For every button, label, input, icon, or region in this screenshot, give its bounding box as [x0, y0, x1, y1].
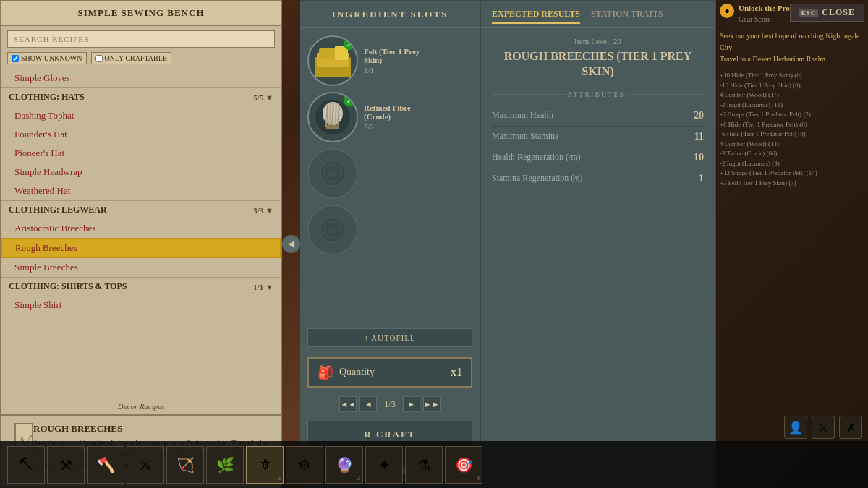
gear-score-label: Gear Score — [739, 15, 771, 23]
slot-1-info: Felt (Tier 1 PreySkin) 1/1 — [364, 47, 420, 74]
recipe-item-simple-gloves[interactable]: Simple Gloves — [1, 69, 281, 87]
tab-expected-results[interactable]: EXPECTED RESULTS — [492, 9, 580, 24]
tab-station-traits[interactable]: STATION TRAITS — [591, 9, 663, 24]
ingredient-slot-1: ✓ Felt (Tier 1 PreySkin) 1/1 — [307, 35, 472, 86]
hotbar-slot-plus[interactable]: 🎯8 — [445, 446, 482, 484]
hotbar-slot-4[interactable]: ⚔ — [127, 446, 164, 484]
loot-line-5: +6 Hide (Tier 1 Predator Pelt) (6) — [720, 120, 864, 130]
hotbar-slot-5[interactable]: 🏹 — [166, 446, 204, 484]
slot-icon-1: ✓ — [307, 35, 358, 86]
nav-next-btn[interactable]: ► — [403, 396, 420, 412]
hotbar-slot-3[interactable]: 🪓 — [87, 446, 124, 484]
attr-max-health-value: 20 — [694, 110, 704, 121]
quantity-row: 🎒 Quantity x1 — [307, 357, 472, 388]
slot-icon-2: ✓ — [307, 92, 358, 142]
item-desc-title: ROUGH BREECHES — [33, 423, 273, 435]
hotbar-slot-minus[interactable]: ⚗ — [405, 446, 443, 484]
search-placeholder: SEARCH RECIPES — [14, 35, 89, 43]
recipe-item-dashing-tophat[interactable]: Dashing Tophat — [1, 106, 281, 125]
slot-1-check: ✓ — [344, 38, 355, 50]
attr-max-stamina-value: 11 — [694, 131, 704, 142]
attr-health-regen-value: 10 — [694, 152, 704, 163]
nav-next-next-btn[interactable]: ►► — [423, 396, 441, 412]
quest-item-2: Travel to a Desert Herbarium Realm — [720, 53, 864, 65]
nav-controls: ◄◄ ◄ 1/3 ► ►► — [300, 392, 480, 416]
hotbar-slot-9[interactable]: 🔮3 — [326, 446, 363, 484]
attr-stamina-regen-name: Stamina Regeneration (/s) — [492, 173, 582, 184]
nav-prev-btn[interactable]: ◄ — [359, 396, 377, 412]
item-title: ROUGH BREECHES (TIER 1 PREY SKIN) — [492, 49, 704, 80]
quest-items: Seek out your best hope of reaching Nigh… — [720, 30, 864, 65]
ingredient-slot-3 — [307, 148, 472, 199]
search-bar[interactable]: SEARCH RECIPES — [7, 30, 275, 48]
recipe-item-simple-headwrap[interactable]: Simple Headwrap — [1, 163, 281, 181]
esc-badge: ESC — [799, 9, 819, 17]
filter-row: SHOW UNKNOWN ONLY CRAFTABLE — [1, 52, 281, 69]
recipe-item-rough-breeches[interactable]: Rough Breeches — [1, 238, 281, 258]
bottom-right-icons: 👤 ⚔ ✗ — [784, 416, 862, 439]
slot-2-count: 2/2 — [364, 122, 411, 131]
loot-line-8: -3 Twine (Crude) (66) — [720, 149, 864, 159]
loot-line-2: 4 Lumber (Wood) (17) — [720, 90, 864, 100]
loot-line-11: +3 Felt (Tier 1 Prey Skin) (3) — [720, 179, 864, 189]
attr-health-regen-name: Health Regeneration (/m) — [492, 152, 581, 163]
results-content: Item Level: 20 ROUGH BREECHES (TIER 1 PR… — [481, 28, 715, 487]
character-icon[interactable]: ⚔ — [812, 416, 835, 439]
slot-icon-3 — [307, 148, 358, 199]
attr-stamina-regen: Stamina Regeneration (/s) 1 — [492, 168, 704, 189]
svg-rect-11 — [326, 125, 339, 129]
quantity-value: x1 — [451, 366, 462, 379]
show-unknown-filter[interactable]: SHOW UNKNOWN — [7, 52, 87, 64]
item-level: Item Level: 20 — [492, 37, 704, 46]
hotbar-slot-8[interactable]: ⚙ — [286, 446, 323, 484]
slot-2-info: Refined Fibre(Crude) 2/2 — [364, 103, 411, 131]
loot-line-10: +12 Straps (Tier 1 Predator Pelt) (14) — [720, 168, 864, 179]
recipe-item-founders-hat[interactable]: Founder's Hat — [1, 125, 281, 144]
inventory-icon[interactable]: 👤 — [784, 416, 807, 439]
loot-line-1: -16 Hide (Tier 1 Prey Skin) (0) — [720, 81, 864, 91]
quest-item-1: Seek out your best hope of reaching Nigh… — [720, 30, 864, 53]
loot-list: +10 Hide (Tier 1 Prey Skin) (0) -16 Hide… — [720, 71, 864, 188]
category-legwear: CLOTHING: LEGWEAR 3/3 ▼ — [1, 200, 281, 219]
recipe-item-simple-breeches[interactable]: Simple Breeches — [1, 258, 281, 277]
category-shirts: CLOTHING: SHIRTS & TOPS 1/1 ▼ — [1, 277, 281, 296]
only-craftable-filter[interactable]: ONLY CRAFTABLE — [91, 52, 171, 64]
autofill-button[interactable]: ↑ AUTOFILL — [307, 328, 472, 347]
recipe-item-pioneers-hat[interactable]: Pioneer's Hat — [1, 144, 281, 163]
hotbar-slot-1[interactable]: ⛏ — [7, 446, 45, 484]
attr-health-regen: Health Regeneration (/m) 10 — [492, 147, 704, 168]
decor-link[interactable]: Decor Recipes — [1, 398, 281, 414]
nav-prev-prev-btn[interactable]: ◄◄ — [339, 396, 357, 412]
hotbar: ⛏ ⚒ 🪓 ⚔ 🏹 🌿 🗡6 ⚙ 🔮3 ✦ ⚗ 🎯8 — [0, 441, 868, 488]
ingredient-slot-4 — [307, 205, 472, 255]
quantity-label: 🎒 Quantity — [318, 364, 375, 380]
slot-2-check: ✓ — [344, 95, 355, 106]
hotbar-slot-7[interactable]: 🗡6 — [246, 446, 284, 484]
skills-icon[interactable]: ✗ — [839, 416, 862, 439]
results-header: EXPECTED RESULTS STATION TRAITS — [481, 1, 715, 28]
loot-line-0: +10 Hide (Tier 1 Prey Skin) (0) — [720, 71, 864, 81]
recipe-item-simple-shirt[interactable]: Simple Shirt — [1, 296, 281, 314]
ingredient-slot-2: ✓ Refined Fibre(Crude) 2/2 — [307, 92, 472, 142]
loot-line-7: 4 Lumber (Wood) (13) — [720, 140, 864, 150]
panel-scroll-arrow[interactable]: ◀ — [282, 235, 300, 253]
far-right-panel: ● Unlock the Provisioner Site of Power G… — [716, 0, 868, 488]
hotbar-slot-6[interactable]: 🌿 — [206, 446, 244, 484]
hotbar-slot-2[interactable]: ⚒ — [47, 446, 85, 484]
middle-panel: INGREDIENT SLOTS ✓ Felt (Tier 1 PreySkin… — [300, 0, 481, 488]
recipe-item-aristocratic-breeches[interactable]: Aristocratic Breeches — [1, 219, 281, 238]
attributes-label: ATTRIBUTES: — [492, 90, 704, 98]
close-button[interactable]: ESC CLOSE — [790, 4, 864, 22]
panel-title: SIMPLE SEWING BENCH — [1, 1, 281, 26]
coin-icon: ● — [720, 4, 734, 18]
attr-max-health-name: Maximum Health — [492, 110, 553, 121]
loot-line-9: -2 Ingot (Lacumus) (9) — [720, 159, 864, 169]
attr-max-stamina-name: Maximum Stamina — [492, 131, 558, 142]
loot-line-3: -2 Ingot (Lacumus) (11) — [720, 100, 864, 111]
hotbar-slot-0[interactable]: ✦ — [365, 446, 403, 484]
category-hats: CLOTHING: HATS 5/5 ▼ — [1, 87, 281, 106]
slot-1-name: Felt (Tier 1 PreySkin) — [364, 47, 420, 64]
attr-stamina-regen-value: 1 — [699, 173, 704, 184]
slot-1-count: 1/1 — [364, 66, 420, 74]
recipe-item-weathered-hat[interactable]: Weathered Hat — [1, 181, 281, 200]
